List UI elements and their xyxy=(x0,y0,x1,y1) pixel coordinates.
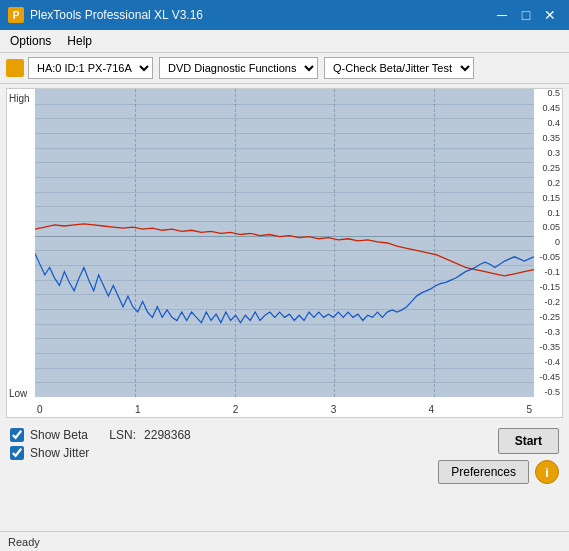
test-dropdown[interactable]: Q-Check Beta/Jitter Test xyxy=(324,57,474,79)
title-controls: ─ □ ✕ xyxy=(491,4,561,26)
show-beta-row: Show Beta xyxy=(10,428,89,442)
chart-label-low: Low xyxy=(9,388,27,399)
maximize-button[interactable]: □ xyxy=(515,4,537,26)
title-text: PlexTools Professional XL V3.16 xyxy=(30,8,203,22)
show-jitter-row: Show Jitter xyxy=(10,446,89,460)
toolbar: HA:0 ID:1 PX-716A DVD Diagnostic Functio… xyxy=(0,53,569,84)
show-jitter-checkbox[interactable] xyxy=(10,446,24,460)
menu-help[interactable]: Help xyxy=(61,32,98,50)
status-text: Ready xyxy=(8,536,40,548)
checkboxes: Show Beta Show Jitter xyxy=(10,428,89,460)
bottom-panel: Show Beta Show Jitter LSN: 2298368 Start… xyxy=(0,422,569,490)
info-button[interactable]: i xyxy=(535,460,559,484)
app-icon: P xyxy=(8,7,24,23)
title-bar: P PlexTools Professional XL V3.16 ─ □ ✕ xyxy=(0,0,569,30)
lsn-label: LSN: xyxy=(109,428,136,442)
function-dropdown[interactable]: DVD Diagnostic Functions xyxy=(159,57,318,79)
start-button[interactable]: Start xyxy=(498,428,559,454)
lsn-row: LSN: 2298368 xyxy=(109,428,190,442)
preferences-button[interactable]: Preferences xyxy=(438,460,529,484)
status-bar: Ready xyxy=(0,531,569,551)
menu-options[interactable]: Options xyxy=(4,32,57,50)
chart-right-labels: 0.5 0.45 0.4 0.35 0.3 0.25 0.2 0.15 0.1 … xyxy=(534,89,562,397)
drive-selector: HA:0 ID:1 PX-716A xyxy=(6,57,153,79)
minimize-button[interactable]: ─ xyxy=(491,4,513,26)
menu-bar: Options Help xyxy=(0,30,569,53)
lsn-value: 2298368 xyxy=(144,428,191,442)
drive-dropdown[interactable]: HA:0 ID:1 PX-716A xyxy=(28,57,153,79)
show-beta-checkbox[interactable] xyxy=(10,428,24,442)
chart-bottom-labels: 0 1 2 3 4 5 xyxy=(35,404,534,415)
chart-container: High Low xyxy=(6,88,563,418)
chart-canvas xyxy=(35,89,534,397)
show-jitter-label: Show Jitter xyxy=(30,446,89,460)
drive-icon xyxy=(6,59,24,77)
close-button[interactable]: ✕ xyxy=(539,4,561,26)
chart-label-high: High xyxy=(9,93,30,104)
chart-svg xyxy=(35,89,534,397)
show-beta-label: Show Beta xyxy=(30,428,88,442)
